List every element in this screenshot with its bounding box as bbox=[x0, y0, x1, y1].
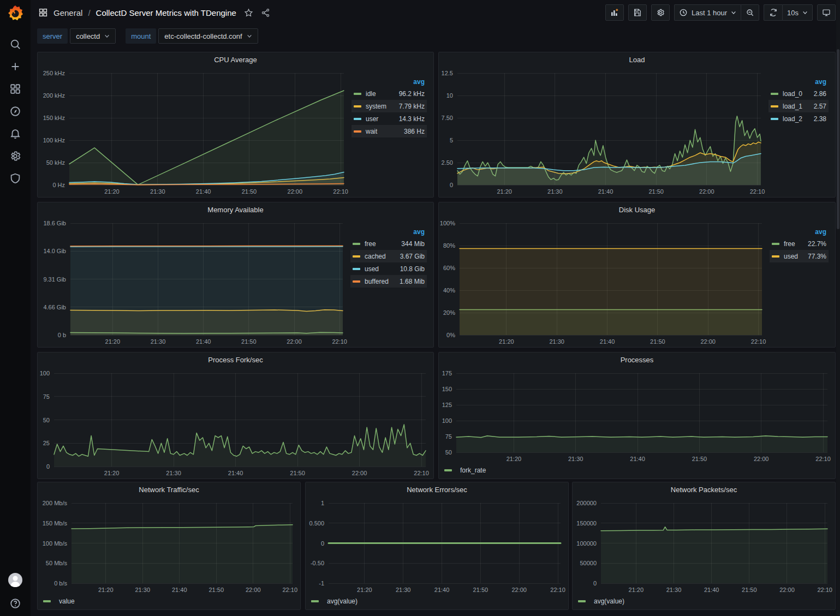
dashboard-settings-button[interactable] bbox=[651, 4, 670, 21]
legend-item-buffered[interactable]: buffered1.68 Mib bbox=[350, 275, 427, 288]
time-range-picker[interactable]: Last 1 hour bbox=[674, 4, 741, 21]
sidebar-item-configuration[interactable] bbox=[9, 150, 21, 162]
panel-title[interactable]: Process Fork/sec bbox=[38, 352, 433, 368]
legend-series-name[interactable]: used bbox=[365, 265, 394, 273]
legend-series-name[interactable]: fork_rate bbox=[460, 467, 486, 474]
kiosk-mode-button[interactable] bbox=[817, 4, 836, 21]
svg-text:21:20: 21:20 bbox=[104, 188, 120, 195]
legend-item-avg(value)[interactable]: avg(value) bbox=[573, 595, 835, 609]
legend-item-free[interactable]: free344 Mib bbox=[350, 237, 427, 250]
panel-title[interactable]: CPU Average bbox=[38, 52, 433, 68]
legend-item-value[interactable]: value bbox=[38, 595, 300, 609]
sidebar-item-create[interactable] bbox=[9, 61, 21, 73]
svg-text:4.66 Gib: 4.66 Gib bbox=[43, 304, 66, 310]
sidebar-item-profile[interactable] bbox=[8, 572, 23, 588]
chart-canvas[interactable]: -1-0.5000.500121:2021:3021:4021:5022:002… bbox=[306, 498, 568, 595]
zoom-out-time-button[interactable] bbox=[741, 4, 759, 21]
legend-item-load_0[interactable]: load_02.86 bbox=[768, 87, 829, 100]
chart-canvas[interactable]: 0 b/s50 Mb/s100 Mb/s150 Mb/s200 Mb/s21:2… bbox=[38, 498, 300, 595]
legend-header-avg[interactable]: avg bbox=[768, 76, 829, 87]
legend-series-name[interactable]: system bbox=[366, 103, 392, 110]
chart-canvas[interactable]: 0 b4.66 Gib9.31 Gib14.0 Gib18.6 Gib21:20… bbox=[38, 218, 350, 347]
share-icon[interactable] bbox=[261, 8, 270, 17]
svg-text:21:20: 21:20 bbox=[104, 470, 120, 476]
legend-series-name[interactable]: cached bbox=[365, 253, 394, 260]
panel-title[interactable]: Network Errors/sec bbox=[306, 482, 568, 498]
chart-canvas[interactable]: 025507510021:2021:3021:4021:5022:0022:10 bbox=[38, 368, 433, 479]
legend-item-free[interactable]: free22.7% bbox=[770, 237, 829, 250]
svg-text:21:50: 21:50 bbox=[242, 188, 257, 195]
add-panel-button[interactable] bbox=[605, 4, 624, 21]
refresh-button[interactable] bbox=[764, 4, 782, 21]
panel-title[interactable]: Processes bbox=[439, 352, 835, 368]
svg-text:0 Hz: 0 Hz bbox=[52, 182, 65, 188]
scrollbar[interactable] bbox=[836, 0, 840, 616]
chart-canvas[interactable]: 507510012515017521:2021:3021:4021:5022:0… bbox=[439, 368, 835, 464]
legend-header-avg[interactable]: avg bbox=[770, 226, 829, 237]
legend-series-name[interactable]: load_0 bbox=[783, 90, 807, 98]
panel-load: Load02.5057.501012.521:2021:3021:4021:50… bbox=[438, 52, 836, 198]
variable-mount-selected: etc-collectd-collectd.conf bbox=[164, 32, 242, 40]
scrollbar-thumb[interactable] bbox=[837, 49, 839, 229]
sidebar-item-server-admin[interactable] bbox=[9, 172, 21, 184]
grafana-logo[interactable] bbox=[6, 4, 25, 23]
panel-title[interactable]: Network Packets/sec bbox=[573, 482, 835, 498]
save-dashboard-button[interactable] bbox=[628, 4, 647, 21]
variable-value-server[interactable]: collectd bbox=[70, 28, 116, 44]
panel-title[interactable]: Load bbox=[439, 52, 835, 68]
legend-item-load_2[interactable]: load_22.38 bbox=[768, 112, 829, 125]
svg-text:10: 10 bbox=[446, 92, 453, 99]
variable-value-mount[interactable]: etc-collectd-collectd.conf bbox=[158, 28, 258, 44]
legend-header-avg[interactable]: avg bbox=[350, 226, 427, 237]
panel-network-errors-sec: Network Errors/sec-1-0.5000.500121:2021:… bbox=[305, 482, 569, 610]
legend-header-avg[interactable]: avg bbox=[352, 76, 427, 87]
svg-text:18.6 Gib: 18.6 Gib bbox=[43, 220, 66, 226]
legend-series-name[interactable]: wait bbox=[366, 128, 397, 135]
panel-title[interactable]: Network Traffic/sec bbox=[38, 482, 300, 498]
svg-text:22:00: 22:00 bbox=[287, 338, 302, 345]
legend: avgfree344 Mibcached3.67 Gibused10.8 Gib… bbox=[350, 218, 433, 347]
legend-item-user[interactable]: user14.3 kHz bbox=[352, 112, 427, 125]
legend-series-name[interactable]: avg(value) bbox=[594, 597, 624, 605]
chart-canvas[interactable]: 0 Hz50 kHz100 kHz150 kHz200 kHz250 kHz21… bbox=[38, 68, 352, 197]
legend-series-name[interactable]: avg(value) bbox=[327, 597, 358, 605]
svg-text:5: 5 bbox=[450, 137, 453, 143]
refresh-interval-dropdown[interactable]: 10s bbox=[782, 4, 813, 21]
legend-series-name[interactable]: idle bbox=[366, 90, 392, 98]
sidebar-item-dashboards[interactable] bbox=[9, 83, 21, 95]
chart-canvas[interactable]: 0%20%40%60%80%100%21:2021:3021:4021:5022… bbox=[439, 218, 770, 347]
legend-series-name[interactable]: free bbox=[784, 240, 801, 248]
sidebar-item-help[interactable] bbox=[9, 597, 21, 609]
legend-item-avg(value)[interactable]: avg(value) bbox=[306, 595, 568, 609]
legend-series-name[interactable]: load_2 bbox=[783, 115, 807, 123]
star-icon[interactable] bbox=[244, 8, 253, 17]
legend-item-load_1[interactable]: load_12.57 bbox=[768, 100, 829, 112]
dashboard-main: General / CollectD Server Metrics with T… bbox=[31, 0, 840, 616]
chart-canvas[interactable]: 05000010000015000020000021:2021:3021:402… bbox=[573, 498, 835, 595]
panel-title[interactable]: Disk Usage bbox=[439, 202, 835, 218]
sidebar-item-search[interactable] bbox=[9, 38, 21, 50]
sidebar-item-alerting[interactable] bbox=[9, 128, 21, 140]
legend-item-used[interactable]: used77.3% bbox=[770, 250, 829, 262]
dashboards-breadcrumb-icon bbox=[38, 8, 48, 17]
legend-series-name[interactable]: free bbox=[365, 240, 395, 248]
legend-series-name[interactable]: user bbox=[366, 115, 392, 123]
legend-item-fork_rate[interactable]: fork_rate bbox=[439, 464, 835, 479]
legend-item-used[interactable]: used10.8 Gib bbox=[350, 262, 427, 275]
legend-item-system[interactable]: system7.79 kHz bbox=[352, 100, 427, 112]
legend-series-name[interactable]: value bbox=[59, 597, 75, 605]
panel-title[interactable]: Memory Available bbox=[38, 202, 433, 218]
legend-series-name[interactable]: used bbox=[784, 253, 801, 260]
sidebar-item-explore[interactable] bbox=[9, 105, 21, 117]
legend-item-idle[interactable]: idle96.2 kHz bbox=[352, 87, 427, 100]
breadcrumb-section[interactable]: General bbox=[53, 8, 82, 17]
top-navigation: General / CollectD Server Metrics with T… bbox=[31, 0, 840, 25]
legend-series-name[interactable]: buffered bbox=[365, 278, 393, 285]
panel-body: 0 b/s50 Mb/s100 Mb/s150 Mb/s200 Mb/s21:2… bbox=[38, 498, 300, 595]
legend-item-wait[interactable]: wait386 Hz bbox=[352, 125, 427, 137]
chart-cpu-average: 0 Hz50 kHz100 kHz150 kHz200 kHz250 kHz21… bbox=[38, 68, 352, 197]
svg-text:21:30: 21:30 bbox=[396, 587, 411, 593]
legend-item-cached[interactable]: cached3.67 Gib bbox=[350, 250, 427, 262]
chart-canvas[interactable]: 02.5057.501012.521:2021:3021:4021:5022:0… bbox=[439, 68, 768, 197]
legend-series-name[interactable]: load_1 bbox=[783, 103, 807, 110]
